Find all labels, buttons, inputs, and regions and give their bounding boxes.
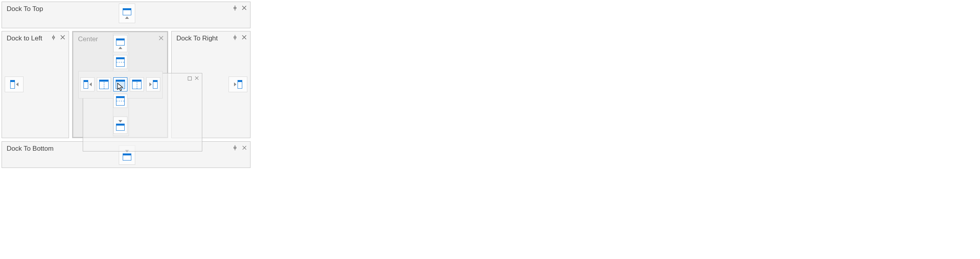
dock-hint-outer-left[interactable]	[5, 77, 24, 92]
arrow-left-icon	[89, 82, 92, 86]
window-icon	[153, 80, 158, 89]
dock-hint-right-split[interactable]	[130, 77, 144, 91]
window-icon	[116, 38, 125, 46]
window-icon	[123, 8, 131, 15]
maximize-icon[interactable]	[188, 77, 192, 80]
pin-icon[interactable]	[51, 35, 56, 40]
arrow-left-icon	[16, 82, 18, 86]
dock-hint-top[interactable]	[113, 35, 127, 52]
window-icon	[238, 80, 242, 89]
pin-icon[interactable]	[232, 145, 238, 150]
dock-hint-right[interactable]	[146, 77, 160, 91]
dock-hint-left-split[interactable]	[97, 77, 111, 91]
window-split-horizontal-icon	[116, 96, 125, 106]
close-icon[interactable]	[60, 35, 65, 40]
arrow-right-icon	[149, 82, 152, 86]
window-split-horizontal-icon	[116, 57, 125, 67]
window-split-vertical-icon	[99, 80, 109, 89]
close-icon[interactable]	[241, 5, 247, 11]
dock-hint-left[interactable]	[80, 77, 94, 91]
panel-title: Center	[78, 35, 98, 43]
panel-title: Dock To Right	[176, 35, 218, 42]
panel-title: Dock To Top	[7, 5, 43, 13]
panel-title: Dock To Bottom	[7, 145, 54, 153]
window-icon	[10, 80, 15, 89]
dock-hint-outer-top[interactable]	[119, 4, 135, 23]
arrow-right-icon	[234, 82, 236, 86]
dock-hint-fill[interactable]	[113, 77, 127, 91]
arrow-up-icon	[118, 47, 122, 49]
window-icon	[83, 80, 88, 89]
close-icon[interactable]	[158, 35, 164, 41]
window-icon	[116, 124, 125, 131]
window-icon	[123, 153, 131, 161]
pin-icon[interactable]	[232, 5, 238, 11]
dock-hint-bottom[interactable]	[113, 117, 127, 134]
arrow-down-icon	[118, 120, 122, 122]
close-icon[interactable]	[195, 76, 199, 81]
window-fill-icon	[116, 80, 125, 89]
dock-hint-outer-right[interactable]	[229, 77, 247, 92]
close-icon[interactable]	[241, 35, 247, 40]
close-icon[interactable]	[241, 145, 247, 150]
panel-title: Dock to Left	[7, 35, 42, 42]
dock-hint-top-split[interactable]	[113, 55, 127, 69]
dock-hint-bottom-split[interactable]	[113, 94, 127, 108]
window-split-vertical-icon	[132, 80, 142, 89]
arrow-up-icon	[125, 16, 129, 19]
pin-icon[interactable]	[232, 35, 238, 40]
